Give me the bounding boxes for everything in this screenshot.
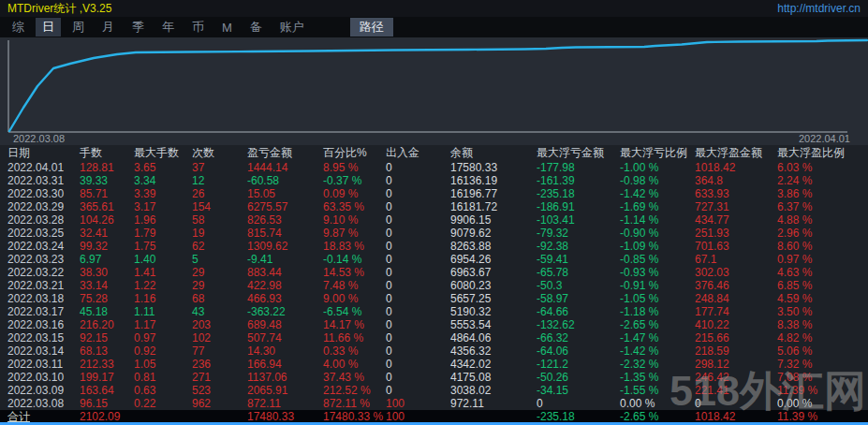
cell: 68 xyxy=(192,292,247,305)
cell: 1.75 xyxy=(134,240,192,253)
table-row[interactable]: 2022.03.0896.150.22962872.11872.11 %1009… xyxy=(0,397,868,410)
app-title: MTDriver统计 ,V3.25 xyxy=(7,1,111,17)
cell: 3.34 xyxy=(134,174,192,187)
table-row[interactable]: 2022.03.2532.411.7919815.749.87 %09079.6… xyxy=(0,227,868,240)
cell: 16181.72 xyxy=(450,200,537,213)
cell: 203 xyxy=(192,318,247,331)
tab-ri[interactable]: 日 xyxy=(36,18,61,37)
table-row[interactable]: 2022.03.16216.201.17203689.4814.17 %0555… xyxy=(0,318,868,331)
menu-bar: 综日周月季年币M备账户 路径 xyxy=(0,17,868,37)
cell: 0 xyxy=(386,279,450,292)
cell: 3.86 % xyxy=(777,187,868,200)
cell: 16136.19 xyxy=(450,174,537,187)
path-button[interactable]: 路径 xyxy=(350,18,393,37)
cell: 9079.62 xyxy=(450,227,537,240)
table-row[interactable]: 2022.03.1468.130.927714.300.33 %04356.32… xyxy=(0,344,868,358)
cell: -79.32 xyxy=(537,227,620,240)
cell xyxy=(134,410,192,423)
cell: 7.08 % xyxy=(777,371,868,384)
x-axis-end-label: 2022.04.01 xyxy=(799,133,850,144)
cell: 365.61 xyxy=(80,200,134,213)
column-header: 百分比% xyxy=(323,145,386,161)
cell: -34.15 xyxy=(537,384,620,397)
tab-yue[interactable]: 月 xyxy=(96,18,121,37)
cell: 0 xyxy=(386,305,450,318)
cell: 32.41 xyxy=(80,227,134,240)
cell: 12 xyxy=(192,174,247,187)
cell: -186.91 xyxy=(537,200,620,213)
table-row[interactable]: 2022.03.28104.261.9658826.539.10 %09906.… xyxy=(0,213,868,227)
cell: 77 xyxy=(192,344,247,358)
cell: 248.84 xyxy=(695,292,777,305)
cell: 236 xyxy=(192,358,247,371)
cell: -1.09 % xyxy=(620,240,695,253)
cell: 8.60 % xyxy=(777,240,868,253)
cell: 0 xyxy=(386,292,450,305)
cell: 92.15 xyxy=(80,331,134,344)
cell: 2.24 % xyxy=(777,174,868,187)
table-row[interactable]: 2022.03.1875.281.1668466.939.00 %05657.2… xyxy=(0,292,868,305)
cell: -1.42 % xyxy=(620,187,695,200)
cell: -161.39 xyxy=(537,174,620,187)
tab-zhou[interactable]: 周 xyxy=(66,18,91,37)
column-header: 手数 xyxy=(80,145,134,161)
cell: -1.05 % xyxy=(620,292,695,305)
cell: -50.3 xyxy=(537,279,620,292)
cell: 2022.03.18 xyxy=(7,292,80,305)
cell: 2022.03.16 xyxy=(7,318,80,331)
cell: 29 xyxy=(192,279,247,292)
table-row[interactable]: 2022.03.10199.170.812711137.0637.43 %041… xyxy=(0,371,868,384)
tab-bei[interactable]: 备 xyxy=(243,18,269,37)
tab-ji[interactable]: 季 xyxy=(125,18,151,37)
cell: 3038.02 xyxy=(450,384,537,397)
cell: 6954.26 xyxy=(450,253,537,266)
cell: 6963.67 xyxy=(450,266,537,279)
cell: 0.09 % xyxy=(323,187,386,200)
cell: 4.59 % xyxy=(777,292,868,305)
table-row[interactable]: 2022.03.3085.713.392615.050.09 %016196.7… xyxy=(0,187,868,200)
cell: 4342.02 xyxy=(450,358,537,371)
tab-nian[interactable]: 年 xyxy=(155,18,181,37)
cell: -0.91 % xyxy=(620,279,695,292)
cell: 0 xyxy=(695,397,777,410)
cell: 972.11 xyxy=(450,397,537,410)
cell: 8.95 % xyxy=(323,161,386,174)
cell: 633.93 xyxy=(695,187,777,200)
cell: 1018.42 xyxy=(695,161,777,174)
cell: 4175.08 xyxy=(450,371,537,384)
table-row[interactable]: 2022.03.236.971.405-9.41-0.14 %06954.26-… xyxy=(0,253,868,266)
table-row[interactable]: 2022.03.1745.181.1143-363.22-6.54 %05190… xyxy=(0,305,868,318)
cell: 0 xyxy=(537,397,620,410)
table-row[interactable]: 2022.03.09163.640.635232065.91212.52 %03… xyxy=(0,384,868,397)
cell: -121.2 xyxy=(537,358,620,371)
cell: -64.66 xyxy=(537,305,620,318)
table-row[interactable]: 2022.03.11212.331.05236166.944.00 %04342… xyxy=(0,358,868,371)
tab-zhanghu[interactable]: 账户 xyxy=(273,18,311,37)
cell: -0.37 % xyxy=(323,174,386,187)
cell: -0.14 % xyxy=(323,253,386,266)
cell: 17580.33 xyxy=(450,161,537,174)
table-row[interactable]: 2022.03.2499.321.75621309.6218.83 %08263… xyxy=(0,240,868,253)
cell: 0.97 % xyxy=(777,253,868,266)
cell: 0 xyxy=(386,344,450,358)
tab-bi[interactable]: 币 xyxy=(185,18,211,37)
cell: 0.81 xyxy=(134,371,192,384)
tab-m[interactable]: M xyxy=(215,20,239,36)
table-row[interactable]: 2022.03.2133.141.2229422.987.48 %06080.2… xyxy=(0,279,868,292)
table-row[interactable]: 2022.03.2238.301.4129883.4414.53 %06963.… xyxy=(0,266,868,279)
website-link[interactable]: http://mtdriver.cn xyxy=(777,2,861,15)
table-row[interactable]: 2022.03.1592.150.97102507.7411.66 %04864… xyxy=(0,331,868,344)
cell: 177.74 xyxy=(695,305,777,318)
cell: 689.48 xyxy=(247,318,323,331)
cell: 6.85 % xyxy=(777,279,868,292)
column-header: 最大浮盈比例 xyxy=(777,145,868,161)
table-row[interactable]: 2022.03.3139.333.3412-60.58-0.37 %016136… xyxy=(0,174,868,187)
cell: 1.05 xyxy=(134,358,192,371)
tab-zong[interactable]: 综 xyxy=(6,18,31,37)
cell: 4864.06 xyxy=(450,331,537,344)
table-row[interactable]: 2022.03.29365.613.171546275.5763.35 %016… xyxy=(0,200,868,213)
cell: 422.98 xyxy=(247,279,323,292)
table-row[interactable]: 2022.04.01128.813.65371444.148.95 %01758… xyxy=(0,161,868,174)
cell: 212.52 % xyxy=(323,384,386,397)
app-window: MTDriver统计 ,V3.25 http://mtdriver.cn 综日周… xyxy=(0,0,868,425)
